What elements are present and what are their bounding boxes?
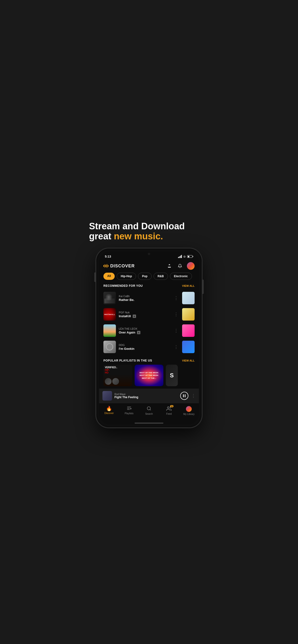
- playlist-card-1[interactable]: VERIFIED.. HIP- HO: [103, 365, 132, 386]
- track-info-3: LÉA THE LEOX Over Again E: [119, 327, 172, 334]
- nav-item-discover[interactable]: 🔥 Discover: [99, 405, 119, 416]
- track-info-1: Kai Ca$h Rather Be.: [119, 295, 172, 302]
- nav-item-library[interactable]: My Library: [179, 405, 199, 416]
- playlists-view-all[interactable]: VIEW ALL: [182, 359, 195, 362]
- nav-label-discover: Discover: [104, 412, 114, 414]
- nav-label-library: My Library: [183, 413, 195, 416]
- explicit-badge: E: [137, 331, 140, 334]
- svg-line-7: [150, 410, 151, 410]
- playlists-icon: [126, 406, 132, 411]
- feed-icon: 94: [166, 406, 172, 412]
- track-list: Kai Ca$h Rather Be. ⋮ INSTAKILL: [99, 290, 199, 355]
- recommended-title: RECOMMENDED FOR YOU: [103, 284, 143, 288]
- track-more-button-2[interactable]: ⋮: [172, 311, 180, 318]
- track-art-3: [103, 324, 116, 337]
- notifications-button[interactable]: [176, 262, 184, 270]
- svg-point-6: [147, 407, 151, 410]
- discover-icon: 🔥: [106, 406, 112, 411]
- app-header: DISCOVER: [99, 260, 199, 273]
- track-info-2: PGF Nuk InstaKill E: [119, 311, 172, 318]
- now-playing-bar[interactable]: Rod Wave Fight The Feeling ⋮: [99, 388, 199, 403]
- track-art-2: INSTAKILL: [103, 308, 116, 320]
- nav-item-feed[interactable]: 94 Feed: [159, 405, 179, 416]
- header-actions: [166, 262, 195, 270]
- track-title-4: I'm Geekin: [119, 347, 172, 350]
- nav-item-search[interactable]: Search: [139, 405, 159, 416]
- waveform-logo-icon: [103, 264, 108, 268]
- notch: [135, 251, 163, 258]
- now-playing-title: Fight The Feeling: [114, 396, 180, 399]
- track-item[interactable]: LÉA THE LEOX Over Again E ⋮: [103, 322, 195, 339]
- svg-marker-5: [130, 408, 131, 410]
- filter-chips: All Hip-Hop Pop R&B Electronic: [99, 273, 199, 283]
- track-thumb-2: [182, 308, 195, 320]
- track-thumb-4: [182, 341, 195, 353]
- track-art-4: [103, 341, 116, 353]
- track-thumb-3: [182, 324, 195, 337]
- pause-button[interactable]: [180, 392, 188, 400]
- track-item[interactable]: INSTAKILL PGF Nuk InstaKill E ⋮: [103, 306, 195, 322]
- status-time: 5:13: [105, 255, 111, 258]
- hero-line2-prefix: great: [89, 231, 114, 241]
- playlist-scroll: VERIFIED.. HIP- HO: [99, 365, 199, 386]
- nav-item-playlists[interactable]: Playlists: [119, 405, 139, 416]
- hero-line2: great new music.: [89, 232, 209, 242]
- nav-label-playlists: Playlists: [124, 412, 133, 415]
- nav-label-search: Search: [145, 412, 153, 415]
- now-playing-more-button[interactable]: ⋮: [191, 393, 196, 398]
- bottom-nav: 🔥 Discover Playlis: [99, 403, 199, 421]
- track-more-button-3[interactable]: ⋮: [172, 327, 180, 334]
- track-art-1: [103, 292, 116, 304]
- feed-badge: 94: [170, 405, 174, 407]
- nav-label-feed: Feed: [166, 412, 172, 415]
- svg-rect-1: [185, 394, 186, 397]
- track-artist-2: PGF Nuk: [119, 311, 172, 314]
- track-artist-1: Kai Ca$h: [119, 295, 172, 298]
- filter-chip-pop[interactable]: Pop: [138, 273, 152, 280]
- hero-accent: new music.: [114, 231, 163, 241]
- now-playing-controls: ⋮: [180, 392, 196, 400]
- track-info-4: DDG I'm Geekin: [119, 344, 172, 350]
- track-title-3: Over Again E: [119, 330, 172, 334]
- phone-frame: 5:13 ⊜: [96, 248, 202, 428]
- playlists-section-header: POPULAR PLAYLISTS IN THE US VIEW ALL: [99, 358, 199, 365]
- track-more-button-4[interactable]: ⋮: [172, 343, 180, 350]
- recommended-section-header: RECOMMENDED FOR YOU VIEW ALL: [99, 283, 199, 290]
- upload-button[interactable]: [166, 262, 173, 270]
- track-title-2: InstaKill E: [119, 314, 172, 318]
- track-title-1: Rather Be.: [119, 298, 172, 302]
- track-item[interactable]: DDG I'm Geekin ⋮: [103, 339, 195, 355]
- playlists-title: POPULAR PLAYLISTS IN THE US: [103, 359, 152, 362]
- playlist-card-3[interactable]: S: [166, 365, 178, 386]
- track-item[interactable]: Kai Ca$h Rather Be. ⋮: [103, 290, 195, 306]
- playlists-section: POPULAR PLAYLISTS IN THE US VIEW ALL VER…: [99, 355, 199, 386]
- home-indicator: [135, 422, 163, 424]
- library-icon: [186, 406, 192, 412]
- outer-wrapper: Stream and Download great new music. 5:1…: [87, 216, 211, 428]
- app-title: DISCOVER: [110, 264, 135, 268]
- track-artist-4: DDG: [119, 344, 172, 346]
- explicit-badge: E: [133, 314, 136, 318]
- svg-rect-0: [183, 394, 184, 397]
- playlist-card-2[interactable]: BEST OF THE WEEK BEST OF THE WEEK BEST O…: [135, 365, 163, 386]
- now-playing-artist: Rod Wave: [114, 393, 180, 396]
- search-icon: [146, 406, 152, 412]
- filter-chip-all[interactable]: All: [103, 273, 115, 280]
- battery-icon: [187, 255, 193, 258]
- status-icons: ⊜: [178, 255, 193, 258]
- recommended-view-all[interactable]: VIEW ALL: [182, 284, 195, 287]
- svg-point-8: [168, 407, 169, 408]
- phone-inner: 5:13 ⊜: [99, 251, 199, 424]
- wifi-icon: ⊜: [183, 255, 186, 258]
- app-content: DISCOVER All Hip-Hop: [99, 260, 199, 424]
- now-playing-art: [102, 391, 112, 400]
- filter-chip-electronic[interactable]: Electronic: [170, 273, 192, 280]
- now-playing-info: Rod Wave Fight The Feeling: [114, 393, 180, 399]
- track-more-button-1[interactable]: ⋮: [172, 294, 180, 302]
- filter-chip-rnb[interactable]: R&B: [154, 273, 168, 280]
- filter-chip-hiphop[interactable]: Hip-Hop: [117, 273, 136, 280]
- camera-dot: [148, 253, 150, 255]
- user-avatar[interactable]: [187, 262, 195, 270]
- hero-line1: Stream and Download: [89, 222, 209, 232]
- signal-bars-icon: [178, 255, 182, 258]
